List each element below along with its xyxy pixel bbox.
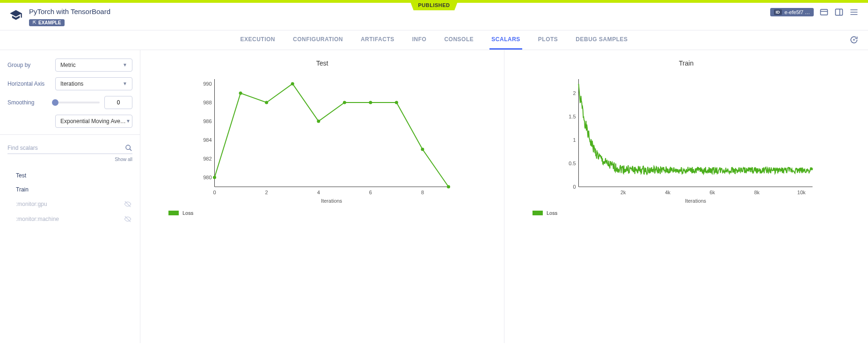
group-by-label: Group by	[7, 62, 51, 68]
svg-text:8k: 8k	[754, 190, 760, 195]
slider-thumb[interactable]	[52, 99, 58, 106]
tab-artifacts[interactable]: ARTIFACTS	[359, 30, 396, 50]
group-by-select[interactable]: Metric ▼	[55, 59, 132, 72]
svg-text:6: 6	[369, 190, 372, 195]
svg-point-25	[265, 101, 268, 104]
caret-down-icon: ▼	[123, 62, 127, 67]
graduation-cap-icon	[9, 8, 22, 22]
tab-configuration[interactable]: CONFIGURATION	[291, 30, 345, 50]
svg-point-32	[447, 185, 450, 188]
svg-rect-2	[836, 9, 843, 15]
search-icon[interactable]	[125, 144, 132, 152]
svg-point-28	[343, 101, 346, 104]
chart-legend[interactable]: Loss	[532, 210, 859, 216]
scalar-name: Train	[16, 186, 29, 193]
svg-text:980: 980	[203, 175, 212, 180]
page-title: PyTorch with TensorBoard	[29, 7, 110, 15]
svg-point-31	[421, 147, 424, 151]
details-panel-icon[interactable]	[819, 7, 829, 17]
svg-text:1: 1	[573, 137, 576, 143]
svg-point-26	[291, 82, 294, 85]
svg-point-27	[317, 119, 320, 123]
id-value: e-efe5f7 …	[785, 9, 810, 15]
tab-console[interactable]: CONSOLE	[442, 30, 475, 50]
svg-point-5	[126, 145, 130, 149]
caret-down-icon: ▼	[126, 118, 131, 124]
svg-text:0.5: 0.5	[569, 161, 576, 166]
svg-point-29	[369, 101, 372, 104]
sidebar: Group by Metric ▼ Horizontal Axis Iterat…	[0, 50, 140, 343]
horizontal-axis-value: Iterations	[60, 81, 83, 87]
status-banner: PUBLISHED	[409, 0, 458, 10]
svg-point-24	[239, 91, 242, 95]
scalar-item[interactable]: Train	[7, 183, 132, 197]
svg-text:8: 8	[421, 190, 424, 195]
legend-swatch	[532, 211, 543, 215]
smoothing-slider[interactable]	[55, 102, 100, 103]
caret-down-icon: ▼	[123, 81, 127, 86]
legend-swatch	[168, 211, 179, 215]
scalar-item[interactable]: Test	[7, 169, 132, 183]
svg-text:982: 982	[203, 156, 212, 161]
show-all-link[interactable]: Show all	[7, 157, 132, 162]
chart-legend[interactable]: Loss	[168, 210, 495, 216]
svg-text:4: 4	[317, 190, 320, 195]
svg-text:Iterations: Iterations	[321, 198, 343, 204]
search-input[interactable]	[7, 145, 125, 151]
svg-rect-4	[853, 39, 855, 40]
svg-text:4k: 4k	[665, 190, 671, 195]
example-badge: EXAMPLE	[29, 19, 65, 26]
compare-layout-icon[interactable]	[834, 7, 844, 17]
svg-text:2k: 2k	[620, 190, 626, 195]
tab-debug-samples[interactable]: DEBUG SAMPLES	[574, 30, 629, 50]
svg-point-30	[395, 101, 398, 104]
svg-point-23	[213, 176, 216, 179]
chart-panel: Test 98098298498698899002468 Iterations …	[140, 50, 504, 343]
scalar-name: :monitor:machine	[16, 216, 59, 222]
scalar-name: Test	[16, 172, 26, 179]
tab-plots[interactable]: PLOTS	[536, 30, 560, 50]
scalar-name: :monitor:gpu	[16, 201, 47, 207]
chart-panel: Train 00.511.522k4k6k8k10k Iterations Lo…	[504, 50, 868, 343]
svg-text:990: 990	[203, 81, 212, 87]
smoothing-label: Smoothing	[7, 99, 51, 106]
svg-text:984: 984	[203, 137, 212, 143]
svg-text:10k: 10k	[797, 190, 806, 195]
horizontal-axis-label: Horizontal Axis	[7, 81, 51, 87]
svg-line-6	[130, 149, 131, 151]
smoothing-method-select[interactable]: Exponential Moving Ave… ▼	[55, 115, 132, 128]
smoothing-method-value: Exponential Moving Ave…	[60, 118, 126, 125]
horizontal-axis-select[interactable]: Iterations ▼	[55, 77, 132, 90]
tab-execution[interactable]: EXECUTION	[238, 30, 277, 50]
tab-scalars[interactable]: SCALARS	[489, 30, 522, 50]
scalar-item[interactable]: :monitor:gpu	[7, 197, 132, 212]
eye-off-icon[interactable]	[124, 200, 131, 208]
eye-off-icon[interactable]	[124, 215, 131, 223]
chart-title: Train	[514, 59, 859, 67]
refresh-icon[interactable]	[849, 35, 859, 44]
svg-text:2: 2	[265, 190, 268, 195]
svg-text:6k: 6k	[709, 190, 715, 195]
legend-label: Loss	[547, 210, 557, 216]
scalar-item[interactable]: :monitor:machine	[7, 212, 132, 227]
svg-text:988: 988	[203, 100, 212, 105]
menu-icon[interactable]	[849, 7, 859, 17]
group-by-value: Metric	[60, 62, 76, 68]
experiment-id-chip[interactable]: ID e-efe5f7 …	[770, 8, 814, 16]
svg-rect-0	[821, 9, 828, 15]
smoothing-input[interactable]	[104, 96, 132, 109]
chart-title: Test	[150, 59, 495, 67]
tab-info[interactable]: INFO	[410, 30, 429, 50]
svg-text:986: 986	[203, 118, 212, 124]
svg-text:2: 2	[573, 90, 576, 96]
svg-text:1.5: 1.5	[569, 114, 576, 119]
svg-text:0: 0	[213, 190, 216, 195]
id-label: ID	[774, 9, 782, 15]
svg-text:Iterations: Iterations	[685, 198, 707, 204]
legend-label: Loss	[182, 210, 193, 216]
svg-text:0: 0	[573, 184, 576, 190]
